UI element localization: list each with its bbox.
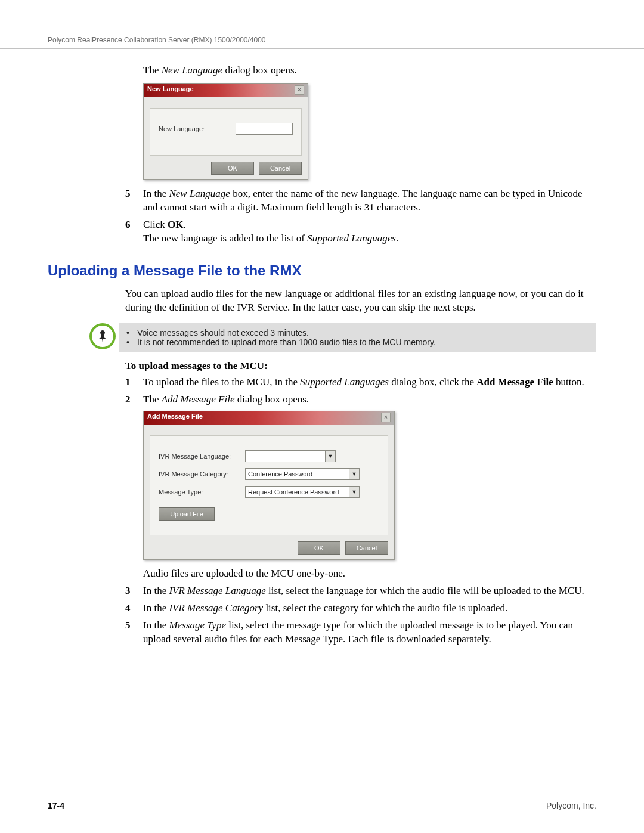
page-header: Polycom RealPresence Collaboration Serve… bbox=[0, 36, 644, 49]
footer-company: Polycom, Inc. bbox=[546, 801, 596, 810]
section-intro: You can upload audio files for the new l… bbox=[125, 287, 596, 315]
step-number: 5 bbox=[125, 619, 143, 646]
header-title: Polycom RealPresence Collaboration Serve… bbox=[48, 36, 266, 44]
dialog-titlebar: New Language × bbox=[144, 84, 308, 97]
upload-step-1: 1 To upload the files to the MCU, in the… bbox=[125, 376, 596, 389]
page-content: The New Language dialog box opens. New L… bbox=[0, 49, 644, 646]
dialog-buttons: OK Cancel bbox=[144, 541, 394, 559]
text-italic: New Language bbox=[162, 64, 222, 76]
text: Click bbox=[143, 219, 168, 230]
step-5: 5 In the New Language box, enter the nam… bbox=[125, 187, 596, 215]
text-bold: OK bbox=[168, 219, 183, 230]
dialog-buttons: OK Cancel bbox=[144, 162, 308, 179]
page-footer: 17-4 Polycom, Inc. bbox=[0, 801, 644, 810]
add-message-file-dialog: Add Message File × IVR Message Language:… bbox=[143, 411, 395, 560]
step-body: In the New Language box, enter the name … bbox=[143, 187, 596, 215]
text-bold: Add Message File bbox=[476, 376, 553, 388]
step-body: In the IVR Message Category list, select… bbox=[143, 602, 596, 615]
text: In the bbox=[143, 602, 169, 614]
dialog-titlebar: Add Message File × bbox=[144, 411, 394, 425]
upload-step-2: 2 The Add Message File dialog box opens. bbox=[125, 393, 596, 407]
sub-heading: To upload messages to the MCU: bbox=[125, 360, 596, 372]
ivr-language-label: IVR Message Language: bbox=[159, 453, 245, 460]
text: dialog box opens. bbox=[222, 64, 297, 76]
cancel-button[interactable]: Cancel bbox=[259, 162, 302, 175]
chevron-down-icon[interactable]: ▼ bbox=[325, 451, 335, 462]
ok-button[interactable]: OK bbox=[211, 162, 254, 175]
pin-icon bbox=[89, 323, 116, 349]
bullet-dot: • bbox=[126, 337, 137, 347]
step-number: 5 bbox=[125, 187, 143, 215]
chevron-down-icon[interactable]: ▼ bbox=[349, 469, 359, 479]
new-language-dialog: New Language × New Language: OK Cancel bbox=[143, 83, 308, 180]
combo-value: Conference Password bbox=[246, 470, 349, 478]
text: In the bbox=[143, 620, 169, 631]
step-body: To upload the files to the MCU, in the S… bbox=[143, 376, 596, 389]
text: list, select the language for which the … bbox=[266, 585, 584, 596]
text: The new language is added to the list of bbox=[143, 233, 307, 244]
step-number: 2 bbox=[125, 393, 143, 407]
step-body: The Add Message File dialog box opens. bbox=[143, 393, 596, 407]
text: dialog box opens. bbox=[234, 394, 309, 405]
step-6: 6 Click OK. The new language is added to… bbox=[125, 218, 596, 246]
ivr-language-select[interactable]: ▼ bbox=[245, 450, 336, 462]
step-2-after: Audio files are uploaded to the MCU one-… bbox=[143, 567, 596, 581]
text: To upload the files to the MCU, in the bbox=[143, 376, 300, 388]
ivr-category-label: IVR Message Category: bbox=[159, 470, 245, 478]
note-body: •Voice messages should not exceed 3 minu… bbox=[119, 323, 596, 352]
cancel-button[interactable]: Cancel bbox=[345, 541, 388, 555]
step-body: Click OK. The new language is added to t… bbox=[143, 218, 596, 246]
upload-step-3: 3 In the IVR Message Language list, sele… bbox=[125, 584, 596, 598]
ok-button[interactable]: OK bbox=[298, 541, 340, 555]
step-number: 1 bbox=[125, 376, 143, 389]
combo-value: Request Conference Password bbox=[246, 488, 349, 496]
step-body: In the Message Type list, select the mes… bbox=[143, 619, 596, 646]
text: The bbox=[143, 394, 162, 405]
text-italic: Message Type bbox=[169, 620, 226, 631]
section-heading: Uploading a Message File to the RMX bbox=[48, 262, 596, 279]
text: . bbox=[184, 219, 186, 230]
upload-step-4: 4 In the IVR Message Category list, sele… bbox=[125, 602, 596, 615]
text: list, select the category for which the … bbox=[263, 602, 507, 614]
text: In the bbox=[143, 188, 169, 199]
chevron-down-icon[interactable]: ▼ bbox=[349, 487, 359, 497]
upload-step-5: 5 In the Message Type list, select the m… bbox=[125, 619, 596, 646]
text: dialog box, click the bbox=[389, 376, 476, 388]
page: Polycom RealPresence Collaboration Serve… bbox=[0, 0, 644, 833]
text: In the bbox=[143, 585, 169, 596]
text-italic: IVR Message Language bbox=[169, 585, 265, 596]
step-number: 6 bbox=[125, 218, 143, 246]
message-type-select[interactable]: Request Conference Password ▼ bbox=[245, 486, 360, 498]
step-body: In the IVR Message Language list, select… bbox=[143, 584, 596, 598]
bullet-dot: • bbox=[126, 328, 137, 337]
note-line-1: Voice messages should not exceed 3 minut… bbox=[137, 328, 309, 337]
new-language-input[interactable] bbox=[236, 123, 293, 135]
new-language-label: New Language: bbox=[159, 125, 236, 132]
page-number: 17-4 bbox=[48, 801, 64, 810]
intro-line: The New Language dialog box opens. bbox=[143, 64, 596, 78]
step-number: 4 bbox=[125, 602, 143, 615]
text: . bbox=[396, 233, 398, 244]
note-line-2: It is not recommended to upload more tha… bbox=[137, 337, 436, 347]
message-type-label: Message Type: bbox=[159, 488, 245, 496]
text-italic: IVR Message Category bbox=[169, 602, 263, 614]
note-block: •Voice messages should not exceed 3 minu… bbox=[89, 323, 596, 352]
close-icon[interactable]: × bbox=[295, 85, 304, 95]
dialog-body: New Language: bbox=[150, 108, 302, 156]
step-number: 3 bbox=[125, 584, 143, 598]
dialog-body: IVR Message Language: ▼ IVR Message Cate… bbox=[150, 435, 388, 535]
upload-file-button[interactable]: Upload File bbox=[159, 507, 215, 521]
text-italic: Supported Languages bbox=[300, 376, 389, 388]
dialog-title: New Language bbox=[147, 85, 194, 97]
text-italic: New Language bbox=[169, 188, 230, 199]
note-icon-wrap bbox=[89, 323, 119, 349]
dialog-title: Add Message File bbox=[147, 413, 203, 425]
text: The bbox=[143, 64, 162, 76]
text: button. bbox=[553, 376, 584, 388]
close-icon[interactable]: × bbox=[381, 413, 391, 422]
ivr-category-select[interactable]: Conference Password ▼ bbox=[245, 468, 360, 480]
text-italic: Add Message File bbox=[162, 394, 235, 405]
text-italic: Supported Languages bbox=[307, 233, 396, 244]
